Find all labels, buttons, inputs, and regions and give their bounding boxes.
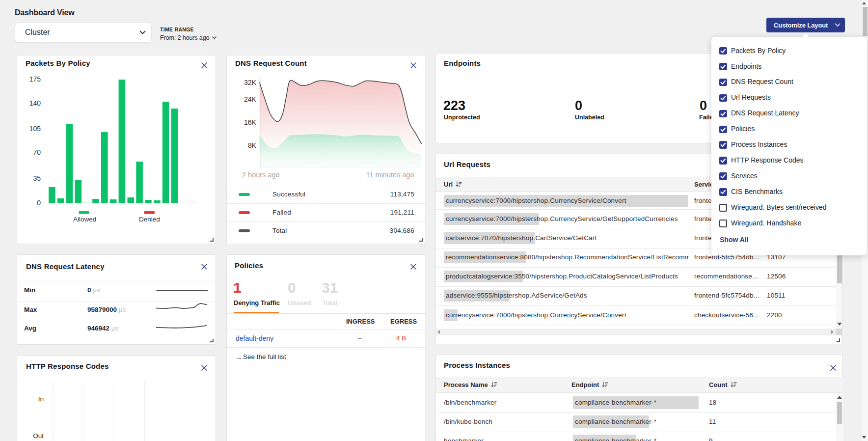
svg-text:175: 175 bbox=[29, 75, 41, 83]
svg-text:0: 0 bbox=[37, 199, 41, 207]
svg-text:105: 105 bbox=[29, 125, 41, 133]
svg-text:16K: 16K bbox=[244, 118, 257, 126]
svg-text:35: 35 bbox=[33, 174, 41, 182]
svg-text:11 minutes ago: 11 minutes ago bbox=[366, 171, 414, 179]
svg-text:Allowed: Allowed bbox=[73, 216, 96, 223]
svg-text:70: 70 bbox=[33, 148, 41, 156]
svg-text:24K: 24K bbox=[244, 95, 257, 103]
svg-text:140: 140 bbox=[29, 99, 41, 107]
svg-text:32K: 32K bbox=[244, 79, 257, 86]
svg-text:Denied: Denied bbox=[139, 216, 160, 223]
svg-text:2 hours ago: 2 hours ago bbox=[242, 171, 280, 179]
svg-text:8K: 8K bbox=[248, 141, 257, 149]
